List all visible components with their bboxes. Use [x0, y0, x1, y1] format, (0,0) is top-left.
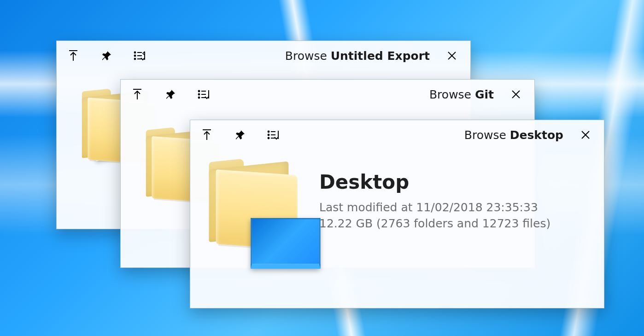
svg-point-24: [268, 131, 269, 133]
pin-icon: [101, 50, 112, 61]
close-icon: [511, 89, 521, 99]
svg-point-2: [135, 52, 136, 53]
folder-details: Desktop Last modified at 11/02/2018 23:3…: [190, 150, 604, 261]
sort-button[interactable]: [191, 81, 217, 107]
folder-size: 12.22 GB (2763 folders and 12723 files): [319, 217, 550, 230]
pin-icon: [234, 129, 246, 140]
pin-icon: [165, 89, 176, 100]
up-one-level-button[interactable]: [124, 81, 150, 107]
folder-modified: Last modified at 11/02/2018 23:35:33: [319, 201, 550, 214]
sort-list-icon: [198, 89, 210, 99]
arrow-up-bar-icon: [201, 129, 212, 141]
toolbar: Browse Git: [121, 80, 534, 109]
browse-target[interactable]: Browse Git: [429, 88, 494, 101]
up-one-level-button[interactable]: [194, 122, 220, 148]
close-button[interactable]: [505, 83, 527, 105]
pin-button[interactable]: [94, 43, 119, 69]
pin-button[interactable]: [158, 81, 183, 107]
up-one-level-button[interactable]: [60, 43, 86, 69]
sort-button[interactable]: [260, 122, 286, 148]
close-button[interactable]: [441, 45, 463, 67]
monitor-overlay-icon: [251, 218, 320, 269]
arrow-up-bar-icon: [68, 50, 79, 62]
svg-point-17: [199, 97, 200, 98]
arrow-up-bar-icon: [132, 88, 143, 100]
browse-prefix: Browse: [429, 88, 471, 101]
svg-point-4: [135, 55, 136, 57]
svg-point-28: [268, 138, 269, 139]
close-icon: [447, 51, 457, 61]
browse-target[interactable]: Browse Untitled Export: [285, 49, 430, 63]
svg-point-6: [135, 58, 136, 60]
close-icon: [580, 130, 591, 140]
svg-point-15: [199, 94, 200, 95]
pin-button[interactable]: [227, 122, 253, 148]
browse-target-name: Untitled Export: [331, 49, 430, 63]
svg-point-13: [199, 91, 200, 92]
folder-title: Desktop: [319, 171, 550, 193]
desktop-wallpaper: Browse Untitled Export: [0, 0, 644, 336]
sort-list-icon: [267, 130, 279, 140]
browse-target-name: Git: [475, 88, 494, 101]
toolbar: Browse Untitled Export: [57, 41, 470, 70]
browse-target-name: Desktop: [510, 128, 563, 142]
browse-prefix: Browse: [285, 49, 327, 63]
toolbar: Browse Desktop: [190, 120, 604, 150]
folder-icon-desktop: [203, 153, 308, 258]
sort-list-icon: [134, 51, 146, 61]
popup-window-desktop[interactable]: Browse Desktop Desktop Last modified at …: [190, 120, 604, 308]
svg-point-26: [268, 134, 269, 136]
browse-target[interactable]: Browse Desktop: [464, 128, 563, 142]
close-button[interactable]: [574, 124, 597, 146]
sort-button[interactable]: [127, 43, 152, 69]
browse-prefix: Browse: [464, 128, 506, 142]
